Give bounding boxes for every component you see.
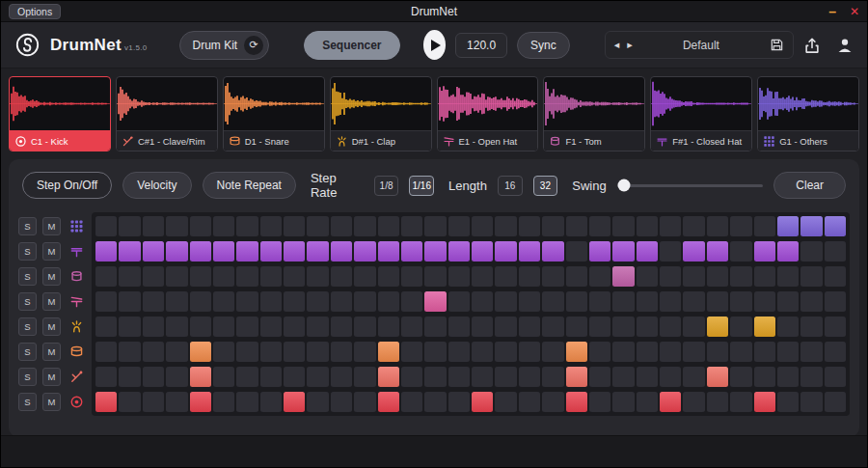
step-cell-clap-12[interactable] (354, 317, 375, 337)
step-cell-closed-hat-6[interactable] (213, 241, 234, 262)
step-cell-others-31[interactable] (800, 216, 822, 236)
step-cell-clave-24[interactable] (637, 367, 658, 387)
pad-f-1-closed-hat[interactable]: F#1 - Closed Hat (650, 76, 752, 151)
mute-button-clave[interactable]: M (42, 368, 61, 386)
step-cell-others-30[interactable] (777, 216, 799, 236)
step-cell-closed-hat-26[interactable] (683, 241, 704, 262)
step-cell-snare-13[interactable] (378, 342, 399, 362)
step-cell-kick-26[interactable] (683, 392, 704, 412)
step-cell-snare-22[interactable] (589, 342, 610, 362)
step-cell-snare-18[interactable] (495, 342, 516, 362)
step-cell-snare-28[interactable] (730, 342, 751, 362)
swing-slider[interactable] (617, 184, 764, 187)
step-cell-open-hat-9[interactable] (284, 291, 305, 312)
user-button[interactable] (836, 37, 854, 54)
step-cell-others-8[interactable] (260, 216, 282, 236)
step-rate-1-16-button[interactable]: 1/16 (409, 176, 434, 196)
step-cell-closed-hat-3[interactable] (143, 241, 164, 262)
step-cell-clave-1[interactable] (95, 367, 117, 387)
step-cell-open-hat-15[interactable] (424, 291, 446, 312)
step-cell-others-10[interactable] (307, 216, 328, 236)
step-cell-kick-7[interactable] (236, 392, 258, 412)
step-cell-clave-7[interactable] (236, 367, 258, 387)
step-cell-kick-15[interactable] (424, 392, 446, 412)
step-cell-clave-27[interactable] (707, 367, 728, 387)
close-icon[interactable]: ✕ (850, 5, 859, 18)
step-cell-open-hat-22[interactable] (589, 291, 610, 312)
step-cell-open-hat-13[interactable] (378, 291, 399, 312)
step-cell-snare-25[interactable] (660, 342, 681, 362)
step-cell-tom-1[interactable] (95, 266, 117, 287)
step-cell-kick-24[interactable] (637, 392, 658, 412)
step-cell-snare-2[interactable] (119, 342, 140, 362)
step-cell-clave-21[interactable] (566, 367, 587, 387)
step-cell-open-hat-30[interactable] (777, 291, 799, 312)
step-cell-open-hat-14[interactable] (401, 291, 422, 312)
step-cell-clap-14[interactable] (401, 317, 422, 337)
step-cell-closed-hat-1[interactable] (95, 241, 117, 262)
note-repeat-button[interactable]: Note Repeat (203, 172, 296, 199)
step-cell-snare-26[interactable] (683, 342, 704, 362)
step-cell-snare-4[interactable] (166, 342, 187, 362)
step-cell-open-hat-6[interactable] (213, 291, 234, 312)
step-cell-clave-10[interactable] (307, 367, 328, 387)
step-cell-tom-24[interactable] (637, 266, 658, 287)
step-cell-closed-hat-17[interactable] (472, 241, 493, 262)
step-cell-clave-12[interactable] (354, 367, 375, 387)
step-cell-closed-hat-22[interactable] (589, 241, 610, 262)
step-cell-clap-22[interactable] (589, 317, 610, 337)
step-cell-others-3[interactable] (143, 216, 164, 236)
clear-button[interactable]: Clear (773, 172, 846, 199)
step-cell-clap-7[interactable] (236, 317, 258, 337)
step-cell-closed-hat-23[interactable] (612, 241, 634, 262)
step-cell-clap-26[interactable] (683, 317, 704, 337)
step-on-off-button[interactable]: Step On/Off (22, 172, 112, 199)
length-16-button[interactable]: 16 (498, 176, 523, 196)
step-cell-open-hat-4[interactable] (166, 291, 187, 312)
step-cell-kick-4[interactable] (166, 392, 187, 412)
step-cell-open-hat-3[interactable] (143, 291, 164, 312)
solo-button-open-hat[interactable]: S (18, 292, 37, 311)
step-cell-closed-hat-29[interactable] (754, 241, 775, 262)
step-cell-kick-1[interactable] (95, 392, 117, 412)
step-cell-clave-4[interactable] (166, 367, 187, 387)
step-cell-kick-17[interactable] (472, 392, 493, 412)
step-cell-kick-25[interactable] (660, 392, 681, 412)
step-cell-clap-2[interactable] (119, 317, 140, 337)
pad-f1-tom[interactable]: F1 - Tom (543, 76, 645, 151)
step-cell-open-hat-12[interactable] (354, 291, 375, 312)
step-cell-tom-22[interactable] (589, 266, 610, 287)
step-cell-clap-6[interactable] (213, 317, 234, 337)
step-cell-open-hat-10[interactable] (307, 291, 328, 312)
step-cell-clave-9[interactable] (284, 367, 305, 387)
step-cell-others-4[interactable] (166, 216, 187, 236)
solo-button-clap[interactable]: S (18, 317, 37, 336)
step-cell-kick-6[interactable] (213, 392, 234, 412)
step-cell-kick-11[interactable] (331, 392, 352, 412)
step-cell-snare-31[interactable] (800, 342, 822, 362)
step-cell-others-9[interactable] (284, 216, 305, 236)
step-cell-snare-6[interactable] (213, 342, 234, 362)
step-cell-closed-hat-13[interactable] (378, 241, 399, 262)
step-cell-closed-hat-11[interactable] (331, 241, 352, 262)
mute-button-snare[interactable]: M (42, 343, 61, 361)
play-button[interactable] (423, 30, 447, 60)
step-cell-open-hat-8[interactable] (260, 291, 282, 312)
step-cell-snare-3[interactable] (143, 342, 164, 362)
step-cell-clap-21[interactable] (566, 317, 587, 337)
step-cell-open-hat-16[interactable] (448, 291, 470, 312)
step-cell-clap-17[interactable] (472, 317, 493, 337)
mute-button-clap[interactable]: M (42, 317, 61, 336)
step-cell-open-hat-21[interactable] (566, 291, 587, 312)
pad-e1-open-hat[interactable]: E1 - Open Hat (437, 76, 539, 151)
save-preset-button[interactable] (770, 38, 784, 52)
step-cell-kick-21[interactable] (566, 392, 587, 412)
step-cell-clap-24[interactable] (637, 317, 658, 337)
step-cell-kick-3[interactable] (143, 392, 164, 412)
step-cell-clap-27[interactable] (707, 317, 728, 337)
step-cell-open-hat-2[interactable] (119, 291, 140, 312)
step-cell-open-hat-20[interactable] (542, 291, 563, 312)
step-cell-snare-5[interactable] (190, 342, 211, 362)
step-cell-tom-7[interactable] (236, 266, 258, 287)
sync-button[interactable]: Sync (517, 32, 570, 59)
